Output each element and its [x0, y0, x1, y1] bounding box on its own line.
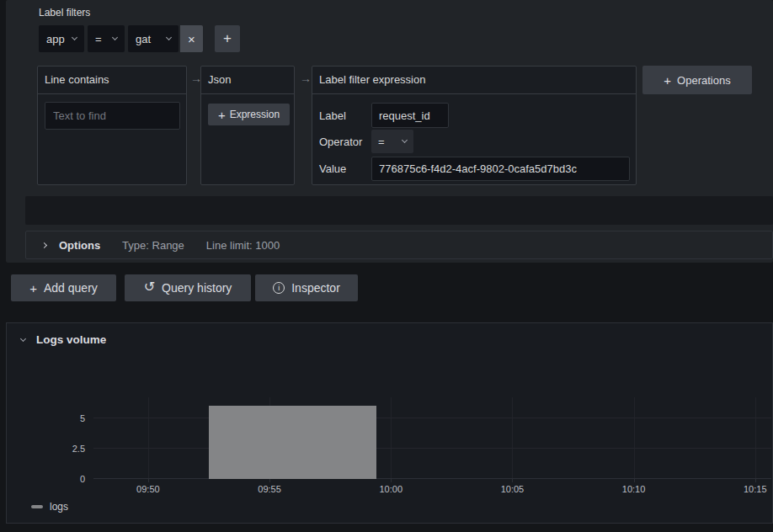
label-filters-title: Label filters [39, 7, 90, 19]
plus-icon: + [218, 109, 226, 121]
inspector-label: Inspector [291, 281, 340, 295]
history-icon: ↺ [144, 280, 155, 294]
options-title: Options [59, 239, 100, 252]
explore-page: Label filters app = gat × + Line co [0, 0, 773, 532]
pipeline-arrow-icon: → [300, 72, 312, 85]
operation-card-title: Label filter expression [312, 66, 636, 94]
x-tick-label: 10:05 [501, 484, 525, 494]
operation-card-label-filter-expression: Label filter expression Label Operator =… [312, 66, 637, 185]
operator-select[interactable]: = [371, 130, 413, 153]
close-icon: × [188, 32, 195, 46]
value-field-input[interactable] [371, 157, 630, 181]
x-tick-label: 09:55 [258, 484, 281, 494]
operations-button-label: Operations [677, 74, 731, 87]
gridline-vertical [634, 397, 635, 479]
x-tick-mark [391, 479, 392, 482]
line-contains-input[interactable] [45, 102, 180, 130]
x-tick-label: 10:10 [622, 484, 646, 494]
chevron-down-icon [166, 35, 172, 40]
operation-card-title: Json [201, 66, 294, 94]
y-axis: 02.55 [7, 397, 85, 479]
gridline-vertical [391, 397, 392, 479]
plus-icon: + [223, 30, 232, 47]
plus-icon: + [664, 74, 671, 87]
operation-card-title: Line contains [38, 66, 186, 94]
y-tick-label: 2.5 [7, 443, 85, 455]
query-history-button[interactable]: ↺ Query history [125, 274, 251, 301]
gridline-horizontal [93, 418, 771, 418]
field-row-value: Value [319, 157, 630, 181]
y-tick-label: 5 [7, 412, 85, 424]
y-tick-label: 0 [7, 473, 85, 485]
label-operator-select[interactable]: = [88, 25, 125, 52]
x-axis: 09:5009:5510:0010:0510:1010:15 [93, 479, 771, 497]
plot-area [93, 397, 771, 479]
label-value-select[interactable]: gat [128, 25, 179, 52]
chevron-down-icon [402, 137, 408, 143]
x-tick-label: 10:15 [744, 484, 767, 494]
label-name-select[interactable]: app [39, 25, 84, 52]
logs-volume-bar [209, 406, 376, 479]
field-row-operator: Operator = [319, 130, 413, 153]
options-type: Type: Range [122, 239, 184, 252]
label-value-value: gat [136, 33, 151, 45]
info-icon: i [273, 282, 285, 294]
operations-button[interactable]: + Operations [642, 66, 752, 94]
inspector-button[interactable]: i Inspector [255, 274, 358, 301]
add-query-button[interactable]: + Add query [11, 274, 116, 301]
x-tick-label: 10:00 [379, 484, 402, 494]
field-label: Label [319, 109, 371, 122]
chevron-down-icon [20, 335, 26, 341]
chevron-down-icon [72, 35, 77, 40]
remove-filter-button[interactable]: × [180, 25, 203, 52]
x-tick-mark [269, 479, 270, 482]
label-filters-row: app = gat × + [39, 25, 240, 52]
logs-volume-header[interactable]: Logs volume [21, 333, 106, 346]
legend-item-logs[interactable]: logs [31, 501, 68, 513]
logs-volume-panel: Logs volume 02.55 09:5009:5510:0010:0510… [6, 322, 773, 524]
operation-card-line-contains: Line contains [37, 66, 187, 185]
query-editor: Label filters app = gat × + Line co [6, 0, 773, 263]
options-collapse-row[interactable]: Options Type: Range Line limit: 1000 [25, 231, 773, 259]
add-query-label: Add query [44, 281, 98, 295]
field-label: Operator [319, 136, 371, 148]
chevron-down-icon [112, 35, 118, 40]
options-line-limit: Line limit: 1000 [206, 239, 280, 252]
label-field-input[interactable] [371, 103, 449, 128]
label-operator-value: = [95, 33, 102, 45]
add-label-filter-button[interactable]: + [215, 25, 240, 52]
operator-value: = [378, 136, 385, 148]
query-history-label: Query history [162, 281, 232, 295]
legend-swatch [31, 505, 43, 508]
logs-volume-title: Logs volume [36, 333, 106, 346]
raw-query-preview: {app="gat"} |= `` | json | request_id = … [25, 196, 773, 225]
add-expression-button[interactable]: + Expression [208, 104, 290, 125]
field-label: Value [319, 162, 371, 175]
x-tick-label: 09:50 [136, 484, 160, 494]
legend-label: logs [50, 501, 68, 513]
field-row-label: Label [319, 103, 449, 128]
chevron-right-icon [41, 242, 47, 247]
gridline-horizontal [93, 448, 771, 449]
gridline-vertical [512, 397, 513, 479]
gridline-vertical [755, 397, 756, 479]
label-name-value: app [46, 33, 65, 45]
operation-card-json: Json + Expression [200, 66, 295, 185]
gridline-vertical [148, 397, 149, 479]
x-tick-mark [148, 479, 149, 482]
x-tick-mark [755, 479, 756, 482]
x-tick-mark [634, 479, 635, 482]
add-expression-label: Expression [230, 109, 280, 120]
plus-icon: + [29, 282, 37, 295]
x-tick-mark [512, 479, 513, 482]
